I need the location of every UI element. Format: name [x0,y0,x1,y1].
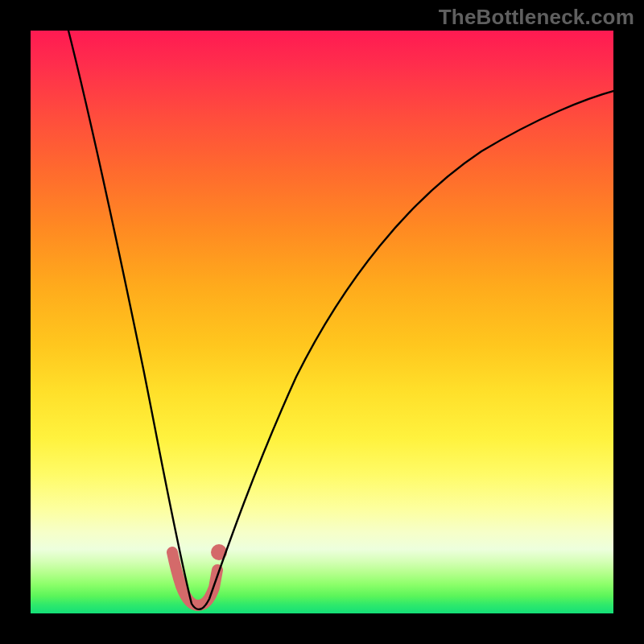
watermark-text: TheBottleneck.com [439,5,634,30]
bottleneck-curve [31,31,613,613]
curve-path [67,24,617,609]
chart-frame: TheBottleneck.com [0,0,644,644]
